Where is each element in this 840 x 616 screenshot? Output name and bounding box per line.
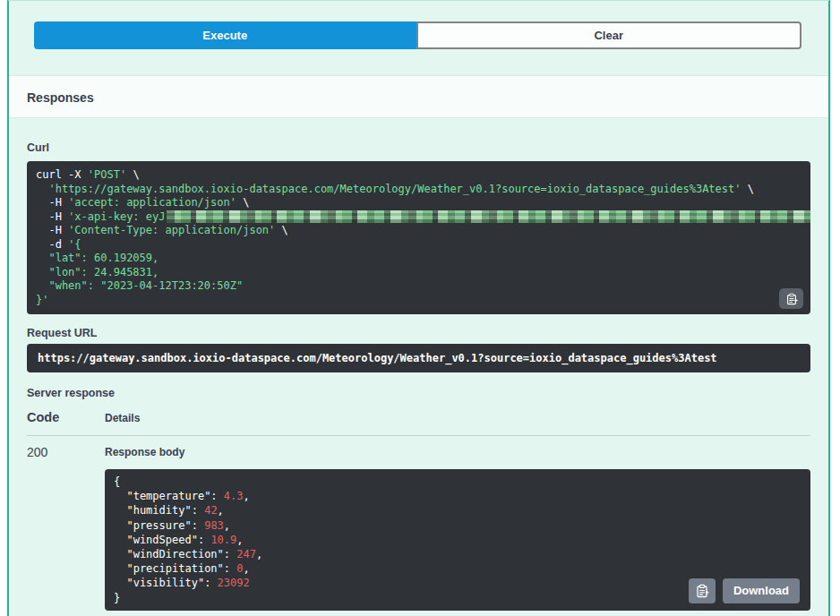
- responses-title: Responses: [27, 90, 94, 105]
- response-copy-button[interactable]: [689, 578, 716, 603]
- server-response-table-header: Code Details: [27, 410, 810, 436]
- clipboard-copy-icon: [695, 584, 709, 598]
- server-response-title: Server response: [27, 387, 810, 399]
- curl-copy-button[interactable]: [779, 288, 803, 309]
- status-code: 200: [27, 445, 105, 611]
- details-column-header: Details: [105, 412, 810, 424]
- download-button[interactable]: Download: [723, 578, 800, 603]
- response-body-block: { "temperature": 4.3, "humidity": 42, "p…: [105, 469, 810, 611]
- server-response-row: 200 Response body { "temperature": 4.3, …: [27, 436, 810, 611]
- response-details-cell: Response body { "temperature": 4.3, "hum…: [105, 445, 810, 611]
- execute-button-row: Execute Clear: [9, 1, 828, 49]
- curl-code-block: curl -X 'POST' \ 'https://gateway.sandbo…: [27, 161, 810, 314]
- responses-section-header: Responses: [9, 75, 828, 118]
- request-url-value: https://gateway.sandbox.ioxio-dataspace.…: [27, 344, 810, 372]
- code-column-header: Code: [27, 410, 105, 424]
- api-console-page: Execute Clear Responses Curl curl -X 'PO…: [0, 0, 840, 616]
- request-url-label: Request URL: [27, 327, 810, 339]
- clipboard-copy-icon: [785, 293, 798, 305]
- response-body-label: Response body: [105, 446, 810, 458]
- api-key-redacted: [167, 210, 811, 223]
- response-actions: Download: [689, 578, 800, 603]
- curl-code: curl -X 'POST' \ 'https://gateway.sandbo…: [36, 168, 801, 307]
- execute-button[interactable]: Execute: [34, 21, 416, 49]
- responses-section-body: Curl curl -X 'POST' \ 'https://gateway.s…: [9, 118, 828, 611]
- clear-button[interactable]: Clear: [416, 21, 802, 49]
- operation-block: Execute Clear Responses Curl curl -X 'PO…: [7, 0, 830, 616]
- curl-label: Curl: [27, 141, 810, 154]
